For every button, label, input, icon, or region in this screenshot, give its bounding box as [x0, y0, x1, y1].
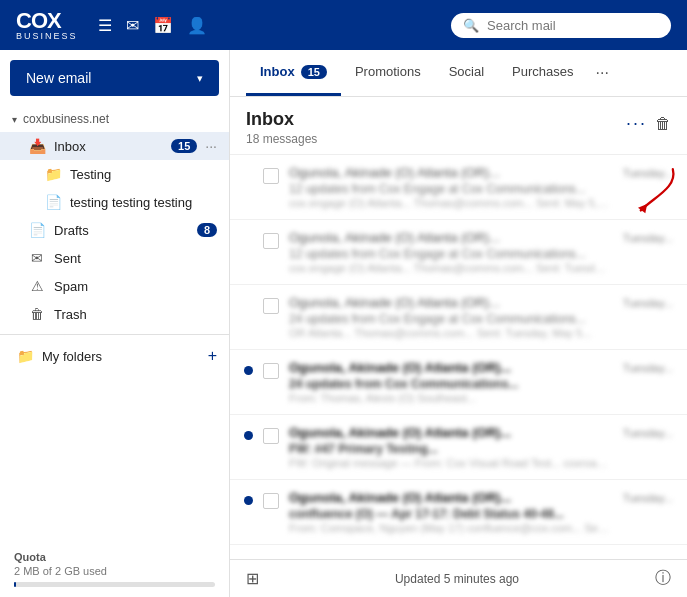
- quota-bar-fill: [14, 582, 16, 587]
- email-sender: Ogunola, Akinade (O) Atlanta (OR)...: [289, 165, 500, 180]
- list-item[interactable]: Ogunola, Akinade (O) Atlanta (OR)... Tue…: [230, 350, 687, 415]
- email-preview: FW: Original message — From: Cox Visual …: [289, 457, 609, 469]
- folder-icon: 📁: [44, 166, 62, 182]
- status-bar: ⊞ Updated 5 minutes ago ⓘ: [230, 559, 687, 597]
- trash-label: Trash: [54, 307, 217, 322]
- email-subject: FW: #47 Primary Testing...: [289, 442, 673, 456]
- email-checkbox[interactable]: [263, 298, 279, 314]
- email-preview: OR Atlanta... Thomas@comms.com... Sent: …: [289, 327, 609, 339]
- list-item[interactable]: Ogunola, Akinade (O) Atlanta (OR)... Tue…: [230, 480, 687, 545]
- status-icons-left: ⊞: [246, 569, 259, 588]
- expand-icon[interactable]: ⊞: [246, 569, 259, 588]
- content: Inbox 15 Promotions Social Purchases ···…: [230, 50, 687, 597]
- email-date: Tuesday...: [623, 167, 673, 182]
- email-body: Ogunola, Akinade (O) Atlanta (OR)... Tue…: [289, 425, 673, 469]
- inbox-trash-button[interactable]: 🗑: [655, 115, 671, 133]
- inbox-more-icon[interactable]: ···: [205, 138, 217, 154]
- hamburger-icon[interactable]: ☰: [98, 16, 112, 35]
- email-body: Ogunola, Akinade (O) Atlanta (OR)... Tue…: [289, 360, 673, 404]
- sidebar-item-testing-testing[interactable]: 📄 testing testing testing: [0, 188, 229, 216]
- header: COX BUSINESS ☰ ✉ 📅 👤 🔍: [0, 0, 687, 50]
- header-icons: ☰ ✉ 📅 👤: [98, 16, 207, 35]
- spam-label: Spam: [54, 279, 217, 294]
- calendar-icon[interactable]: 📅: [153, 16, 173, 35]
- sidebar-item-my-folders[interactable]: 📁 My folders +: [0, 341, 229, 371]
- inbox-more-button[interactable]: ···: [626, 113, 647, 134]
- help-icon[interactable]: ⓘ: [655, 568, 671, 589]
- tab-promotions-label: Promotions: [355, 64, 421, 79]
- sidebar-nav: 📥 Inbox 15 ··· 📁 Testing 📄 testing testi…: [0, 132, 229, 541]
- tab-inbox-label: Inbox: [260, 64, 295, 79]
- list-item[interactable]: Ogunola, Akinade (O) Atlanta (OR)... Tue…: [230, 155, 687, 220]
- email-checkbox[interactable]: [263, 493, 279, 509]
- list-item[interactable]: Ogunola, Akinade (O) Atlanta (OR)... Tue…: [230, 220, 687, 285]
- email-date: Tuesday...: [623, 362, 673, 377]
- tab-social[interactable]: Social: [435, 50, 498, 96]
- tab-social-label: Social: [449, 64, 484, 79]
- email-checkbox[interactable]: [263, 168, 279, 184]
- email-sender: Ogunola, Akinade (O) Atlanta (OR)...: [289, 230, 500, 245]
- sidebar-item-testing[interactable]: 📁 Testing: [0, 160, 229, 188]
- email-subject: confluence (O) — Apr 17-17: Debt Status …: [289, 507, 673, 521]
- inbox-actions: ··· 🗑: [626, 113, 671, 134]
- testing-testing-label: testing testing testing: [70, 195, 217, 210]
- inbox-header: Inbox 18 messages ··· 🗑: [230, 97, 687, 155]
- email-date: Tuesday...: [623, 427, 673, 442]
- account-name: coxbusiness.net: [23, 112, 109, 126]
- email-sender: Ogunola, Akinade (O) Atlanta (OR)...: [289, 360, 511, 375]
- inbox-badge: 15: [171, 139, 197, 153]
- email-body: Ogunola, Akinade (O) Atlanta (OR)... Tue…: [289, 230, 673, 274]
- spam-icon: ⚠: [28, 278, 46, 294]
- tab-inbox[interactable]: Inbox 15: [246, 50, 341, 96]
- add-folder-icon[interactable]: +: [208, 347, 217, 365]
- new-email-label: New email: [26, 70, 91, 86]
- sidebar-account[interactable]: ▾ coxbusiness.net: [0, 106, 229, 132]
- search-input[interactable]: [487, 18, 659, 33]
- tab-inbox-badge: 15: [301, 65, 327, 79]
- list-item[interactable]: Ogunola, Akinade (O) Atlanta (OR)... Tue…: [230, 415, 687, 480]
- new-email-button[interactable]: New email ▾: [10, 60, 219, 96]
- contacts-icon[interactable]: 👤: [187, 16, 207, 35]
- email-body: Ogunola, Akinade (O) Atlanta (OR)... Tue…: [289, 295, 673, 339]
- email-subject: 24 updates from Cox Engage at Cox Commun…: [289, 312, 673, 326]
- mail-icon[interactable]: ✉: [126, 16, 139, 35]
- email-checkbox[interactable]: [263, 428, 279, 444]
- sent-label: Sent: [54, 251, 217, 266]
- tab-purchases[interactable]: Purchases: [498, 50, 587, 96]
- inbox-label: Inbox: [54, 139, 163, 154]
- sidebar-item-inbox[interactable]: 📥 Inbox 15 ···: [0, 132, 229, 160]
- unread-dot: [244, 496, 253, 505]
- trash-icon: 🗑: [28, 306, 46, 322]
- quota-label: Quota: [14, 551, 215, 563]
- unread-dot: [244, 431, 253, 440]
- sidebar-item-sent[interactable]: ✉ Sent: [0, 244, 229, 272]
- search-bar[interactable]: 🔍: [451, 13, 671, 38]
- chevron-down-icon: ▾: [197, 72, 203, 85]
- sidebar-item-drafts[interactable]: 📄 Drafts 8: [0, 216, 229, 244]
- sidebar-divider: [0, 334, 229, 335]
- sidebar: New email ▾ ▾ coxbusiness.net 📥 Inbox 15…: [0, 50, 230, 597]
- sidebar-item-spam[interactable]: ⚠ Spam: [0, 272, 229, 300]
- email-preview: From: Thomas, Alexis (O) Southeast...: [289, 392, 609, 404]
- search-icon: 🔍: [463, 18, 479, 33]
- logo-cox: COX: [16, 10, 78, 32]
- folder-open-icon: 📁: [16, 348, 34, 364]
- doc-icon: 📄: [44, 194, 62, 210]
- email-checkbox[interactable]: [263, 233, 279, 249]
- tab-promotions[interactable]: Promotions: [341, 50, 435, 96]
- inbox-title-section: Inbox 18 messages: [246, 109, 317, 146]
- tabs-more-button[interactable]: ···: [592, 50, 613, 96]
- email-checkbox[interactable]: [263, 363, 279, 379]
- testing-label: Testing: [70, 167, 217, 182]
- my-folders-label: My folders: [42, 349, 102, 364]
- list-item[interactable]: Ogunola, Akinade (O) Atlanta (OR)... Tue…: [230, 285, 687, 350]
- email-body: Ogunola, Akinade (O) Atlanta (OR)... Tue…: [289, 165, 673, 209]
- drafts-badge: 8: [197, 223, 217, 237]
- sidebar-item-trash[interactable]: 🗑 Trash: [0, 300, 229, 328]
- email-date: Tuesday...: [623, 492, 673, 507]
- inbox-message-count: 18 messages: [246, 132, 317, 146]
- status-icons-right: ⓘ: [655, 568, 671, 589]
- inbox-icon: 📥: [28, 138, 46, 154]
- chevron-icon: ▾: [12, 114, 17, 125]
- quota-section: Quota 2 MB of 2 GB used: [0, 541, 229, 597]
